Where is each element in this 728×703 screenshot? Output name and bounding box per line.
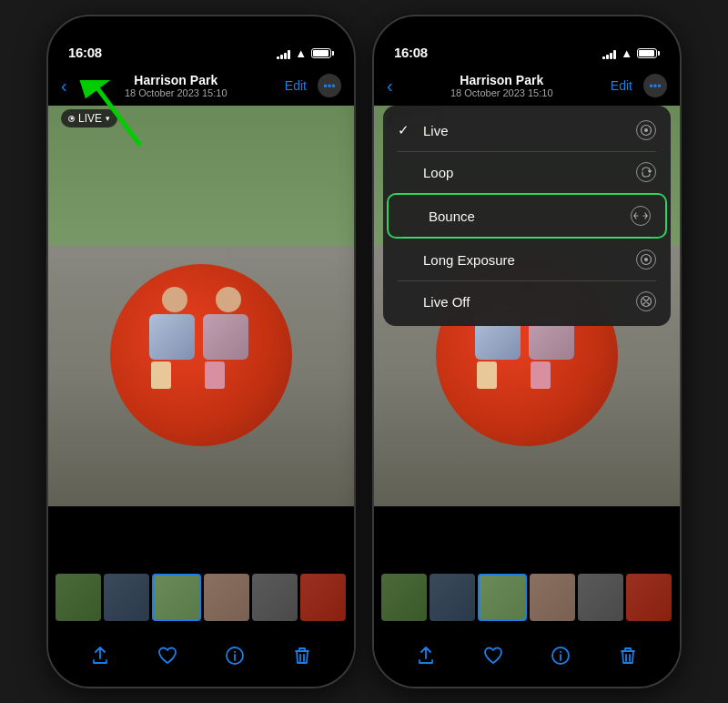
thumb-3-right[interactable]: [478, 574, 527, 621]
live-mode-icon: [636, 120, 656, 140]
battery-icon-left: [311, 48, 334, 58]
bottom-toolbar-right: [374, 625, 680, 687]
battery-icon-right: [637, 48, 660, 58]
child-1-head-left: [162, 287, 187, 312]
dropdown-label-long-exposure: Long Exposure: [423, 252, 515, 268]
thumb-4-left[interactable]: [204, 574, 249, 621]
heart-button-right[interactable]: [483, 646, 503, 666]
dynamic-island-left: [151, 27, 251, 56]
thumb-1-right[interactable]: [381, 574, 427, 621]
checkmark-icon-live: ✓: [398, 122, 416, 138]
info-button-right[interactable]: [551, 646, 571, 666]
dropdown-item-bounce[interactable]: Bounce: [387, 193, 667, 239]
nav-actions-left: Edit •••: [285, 74, 341, 97]
thumb-6-right[interactable]: [626, 574, 672, 621]
dropdown-label-live-off: Live Off: [423, 294, 470, 310]
thumbnail-strip-left[interactable]: [48, 570, 354, 625]
photo-area-left: [48, 106, 354, 506]
child-1-left: [149, 287, 199, 378]
dynamic-island-right: [477, 27, 577, 56]
dropdown-label-bounce: Bounce: [429, 209, 475, 224]
heart-button-left[interactable]: [157, 646, 177, 666]
child-1-pants-right: [477, 362, 497, 389]
edit-button-right[interactable]: Edit: [611, 78, 632, 93]
thumb-1-left[interactable]: [56, 574, 101, 621]
child-2-head-left: [216, 287, 241, 312]
nav-bar-right: ‹ Harrison Park 18 October 2023 15:10 Ed…: [374, 66, 680, 106]
phones-container: 16:08 ▲ ‹ Harri: [46, 15, 682, 688]
trash-button-right[interactable]: [618, 646, 638, 666]
dropdown-item-long-exposure[interactable]: Long Exposure: [383, 239, 671, 280]
children-left: [128, 269, 274, 378]
time-right: 16:08: [394, 45, 428, 60]
time-left: 16:08: [68, 45, 102, 60]
nav-subtitle-right: 18 October 2023 15:10: [450, 87, 553, 98]
share-button-right[interactable]: [416, 646, 436, 666]
thumb-6-left[interactable]: [300, 574, 346, 621]
wifi-icon-left: ▲: [295, 46, 307, 60]
loop-mode-icon: [636, 162, 656, 182]
share-button-left[interactable]: [90, 646, 110, 666]
signal-icon-left: [277, 48, 290, 59]
thumb-2-left[interactable]: [104, 574, 149, 621]
child-2-pants-left: [205, 362, 225, 389]
status-icons-right: ▲: [602, 46, 660, 60]
status-icons-left: ▲: [277, 46, 334, 60]
child-2-jacket-left: [203, 314, 248, 360]
arrow-annotation-left: [66, 80, 157, 153]
bottom-toolbar-left: [48, 625, 354, 687]
swing-scene-left: [48, 106, 354, 506]
svg-point-9: [560, 651, 561, 653]
thumb-5-right[interactable]: [578, 574, 623, 621]
dropdown-item-live[interactable]: ✓ Live: [383, 109, 671, 151]
svg-point-4: [644, 128, 648, 132]
wifi-icon-right: ▲: [621, 46, 632, 60]
right-phone: 16:08 ▲ ‹ Harri: [372, 15, 682, 688]
thumb-5-left[interactable]: [252, 574, 298, 621]
nav-center-right: Harrison Park 18 October 2023 15:10: [450, 73, 553, 98]
nav-actions-right: Edit •••: [611, 74, 667, 97]
svg-point-6: [644, 258, 648, 261]
info-button-left[interactable]: [225, 646, 245, 666]
thumb-4-right[interactable]: [530, 574, 575, 621]
trash-button-left[interactable]: [292, 646, 312, 666]
nav-title-right: Harrison Park: [450, 73, 553, 87]
edit-button-left[interactable]: Edit: [285, 78, 307, 93]
thumb-2-right[interactable]: [430, 574, 475, 621]
more-button-right[interactable]: •••: [643, 74, 667, 97]
live-dropdown-menu: ✓ Live Loop: [383, 106, 671, 326]
child-1-jacket-left: [149, 314, 195, 360]
left-phone: 16:08 ▲ ‹ Harri: [46, 15, 356, 688]
long-exposure-mode-icon: [636, 250, 656, 270]
thumbnail-strip-right[interactable]: [374, 570, 680, 625]
dropdown-item-live-off[interactable]: Live Off: [383, 280, 671, 322]
thumb-3-left[interactable]: [152, 574, 201, 621]
bounce-mode-icon: [631, 206, 651, 226]
dropdown-label-live: Live: [423, 123, 449, 138]
dropdown-item-loop[interactable]: Loop: [383, 151, 671, 193]
svg-point-2: [234, 651, 236, 653]
child-2-pants-right: [531, 362, 551, 389]
dropdown-label-loop: Loop: [423, 165, 453, 180]
signal-icon-right: [602, 48, 616, 59]
child-1-pants-left: [151, 362, 171, 389]
live-off-mode-icon: [636, 291, 656, 311]
back-button-right[interactable]: ‹: [387, 76, 393, 97]
child-2-left: [203, 287, 253, 378]
more-button-left[interactable]: •••: [318, 74, 341, 97]
